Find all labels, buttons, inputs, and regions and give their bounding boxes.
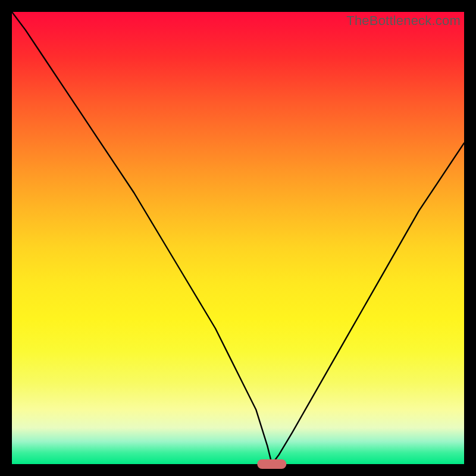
plot-area: TheBottleneck.com: [12, 12, 464, 464]
watermark-text: TheBottleneck.com: [346, 13, 461, 29]
min-marker: [257, 459, 286, 469]
curve-path: [12, 12, 464, 464]
bottleneck-curve: [12, 12, 464, 464]
chart-frame: TheBottleneck.com: [0, 0, 476, 476]
